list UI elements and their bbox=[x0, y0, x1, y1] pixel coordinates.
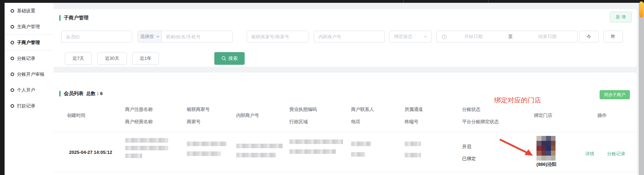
table-header: 创建时间 商户注册名称商户经营名称 银联商家号商家号 内部商户号 营业执照编码行… bbox=[53, 106, 637, 125]
radio-circle-icon bbox=[11, 41, 14, 44]
sidebar: 基础设置 主商户管理 子商户管理 分账记录 分账开户审核 个人开户 打款记录 bbox=[5, 3, 54, 175]
created-at-value: 2025-04-27 14:05:12 bbox=[69, 150, 112, 155]
title-accent-bar bbox=[59, 91, 61, 96]
store-image-pixel bbox=[541, 151, 546, 156]
last-1-year-button[interactable]: 近1年 bbox=[132, 52, 159, 65]
redacted-register-name bbox=[125, 146, 168, 150]
store-image-pixel bbox=[541, 146, 546, 151]
radio-circle-icon bbox=[11, 25, 14, 29]
red-annotation-arrow bbox=[493, 136, 539, 161]
store-image-pixel bbox=[546, 136, 551, 141]
last-7-days-button[interactable]: 近7天 bbox=[65, 52, 92, 65]
nickname-input[interactable] bbox=[162, 31, 232, 42]
store-image-pixel bbox=[546, 156, 551, 161]
radio-circle-icon bbox=[11, 73, 14, 76]
sidebar-item-label: 主商户管理 bbox=[17, 24, 40, 30]
date-range-picker[interactable]: 开始日期 至 结束日期 bbox=[436, 31, 577, 43]
nickname-combo: 选择按 bbox=[137, 31, 233, 43]
sidebar-item-main-merchant[interactable]: 主商户管理 bbox=[5, 19, 54, 35]
redacted-register-name bbox=[125, 138, 168, 143]
total-count-label: 总数：6 bbox=[86, 90, 103, 97]
sidebar-item-payout-records[interactable]: 打款记录 bbox=[5, 98, 54, 114]
store-image-pixel bbox=[551, 146, 556, 151]
redacted-phone bbox=[351, 152, 365, 157]
store-image-pixel bbox=[536, 156, 541, 161]
member-list-card: 会员列表 总数：6 同步子商户 绑定对应的门店 创建时间 商户注册名称商户经营名… bbox=[53, 73, 637, 175]
store-image-pixel bbox=[546, 141, 551, 146]
split-records-link[interactable]: 分账记录 bbox=[607, 151, 625, 157]
redacted-region bbox=[289, 149, 336, 154]
store-image-pixel bbox=[541, 136, 546, 141]
store-image-pixel bbox=[546, 151, 551, 156]
window-left-edge bbox=[0, 0, 5, 175]
store-image-pixel bbox=[536, 141, 541, 146]
scrollbar-thumb[interactable] bbox=[639, 1, 643, 18]
redacted-internal-no bbox=[236, 153, 276, 157]
chevron-down-icon bbox=[424, 36, 427, 38]
store-image-pixel bbox=[536, 136, 541, 141]
sidebar-item-personal-account[interactable]: 个人开户 bbox=[5, 82, 54, 98]
sidebar-item-label: 基础设置 bbox=[17, 8, 35, 14]
table-title: 会员列表 bbox=[64, 90, 84, 97]
add-button[interactable]: 新 增 bbox=[610, 12, 632, 23]
card-title-row: 子商户管理 bbox=[59, 15, 88, 21]
last-30-days-button[interactable]: 近30天 bbox=[97, 52, 127, 65]
radio-circle-icon bbox=[11, 9, 14, 13]
store-image-pixel bbox=[551, 151, 556, 156]
chevron-down-icon bbox=[156, 36, 159, 38]
search-filter-card: 子商户管理 新 增 选择按 绑定状态 开始日期 至 结束日期 bbox=[53, 9, 637, 67]
redacted-unionpay-no bbox=[187, 142, 226, 146]
title-accent-bar bbox=[59, 15, 61, 21]
tab-divider bbox=[488, 0, 489, 3]
store-image-pixel bbox=[536, 151, 541, 156]
bind-status-select[interactable]: 绑定状态 bbox=[390, 31, 432, 43]
start-date-placeholder[interactable]: 开始日期 bbox=[447, 33, 500, 40]
store-caption: (886)泾阳 bbox=[525, 161, 568, 168]
detail-link[interactable]: 详情 bbox=[585, 151, 594, 157]
store-image-pixel bbox=[551, 141, 556, 146]
store-image-pixel bbox=[541, 141, 546, 146]
internal-merchant-input[interactable] bbox=[314, 31, 385, 43]
search-button-label: 搜索 bbox=[228, 55, 238, 62]
radio-circle-icon bbox=[11, 57, 14, 60]
today-button[interactable]: 今 bbox=[579, 31, 599, 43]
redacted-license-no bbox=[289, 139, 343, 144]
page-title: 子商户管理 bbox=[64, 15, 88, 21]
yesterday-button[interactable]: 昨 bbox=[603, 31, 623, 43]
end-date-placeholder[interactable]: 结束日期 bbox=[521, 33, 574, 40]
browser-chrome-strip bbox=[0, 0, 644, 3]
sidebar-item-split-account-audit[interactable]: 分账开户审核 bbox=[5, 66, 54, 82]
select-by-dropdown[interactable]: 选择按 bbox=[138, 31, 162, 42]
sidebar-item-split-records[interactable]: 分账记录 bbox=[5, 50, 54, 66]
red-annotation-text: 绑定对应的门店 bbox=[494, 96, 541, 105]
sidebar-item-sub-merchant[interactable]: 子商户管理 bbox=[5, 35, 54, 50]
clock-icon bbox=[442, 34, 447, 39]
date-to-label: 至 bbox=[500, 33, 521, 40]
member-id-input[interactable] bbox=[61, 31, 132, 43]
store-image-pixel bbox=[551, 156, 556, 161]
radio-circle-icon bbox=[11, 88, 14, 92]
header-divider bbox=[53, 132, 637, 132]
unionpay-merchant-input[interactable] bbox=[247, 31, 308, 43]
sync-sub-merchant-button[interactable]: 同步子商户 bbox=[600, 90, 630, 99]
redacted-internal-no bbox=[236, 144, 283, 148]
redacted-channel bbox=[405, 142, 421, 146]
split-status-value: 开启 bbox=[462, 144, 471, 150]
search-button[interactable]: 搜索 bbox=[214, 52, 245, 65]
redacted-merchant-no bbox=[187, 151, 221, 156]
redacted-business-name bbox=[125, 154, 142, 158]
row-divider bbox=[53, 172, 637, 172]
sidebar-item-basic-settings[interactable]: 基础设置 bbox=[5, 3, 54, 19]
store-image-pixel bbox=[546, 146, 551, 151]
search-icon bbox=[221, 56, 226, 61]
bound-store-image[interactable] bbox=[536, 136, 556, 161]
sidebar-item-label: 分账开户审核 bbox=[17, 71, 44, 77]
radio-circle-icon bbox=[11, 104, 14, 108]
store-image-pixel bbox=[541, 156, 546, 161]
filter-row: 选择按 绑定状态 开始日期 至 结束日期 今 昨 bbox=[53, 31, 637, 43]
select-by-label: 选择按 bbox=[140, 33, 154, 40]
page-scrollbar[interactable] bbox=[639, 3, 644, 175]
store-image-pixel bbox=[536, 146, 541, 151]
store-image-pixel bbox=[551, 136, 556, 141]
bind-status-placeholder: 绑定状态 bbox=[394, 33, 412, 40]
